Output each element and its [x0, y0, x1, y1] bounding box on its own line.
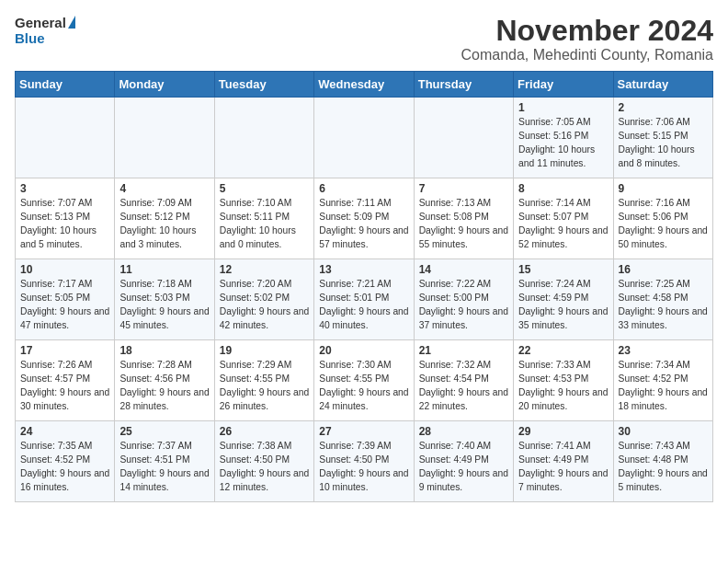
day-number: 24 [20, 425, 109, 438]
day-number: 18 [119, 344, 209, 357]
day-number: 17 [20, 344, 109, 357]
calendar-day-cell: 5Sunrise: 7:10 AM Sunset: 5:11 PM Daylig… [214, 178, 313, 259]
calendar-day-cell: 16Sunrise: 7:25 AM Sunset: 4:58 PM Dayli… [613, 259, 712, 340]
logo-triangle-icon [68, 16, 75, 29]
day-number: 6 [319, 182, 408, 195]
calendar-day-cell: 14Sunrise: 7:22 AM Sunset: 5:00 PM Dayli… [414, 259, 513, 340]
day-info: Sunrise: 7:11 AM Sunset: 5:09 PM Dayligh… [319, 197, 408, 252]
day-info: Sunrise: 7:25 AM Sunset: 4:58 PM Dayligh… [619, 278, 708, 333]
logo-blue-text: Blue [15, 30, 75, 46]
day-info: Sunrise: 7:38 AM Sunset: 4:50 PM Dayligh… [220, 440, 309, 495]
calendar-day-cell: 4Sunrise: 7:09 AM Sunset: 5:12 PM Daylig… [115, 178, 214, 259]
day-info: Sunrise: 7:29 AM Sunset: 4:55 PM Dayligh… [220, 359, 309, 414]
calendar-day-cell: 12Sunrise: 7:20 AM Sunset: 5:02 PM Dayli… [214, 259, 313, 340]
calendar-day-cell: 20Sunrise: 7:30 AM Sunset: 4:55 PM Dayli… [314, 340, 414, 421]
month-title: November 2024 [461, 15, 713, 47]
calendar-day-cell: 30Sunrise: 7:43 AM Sunset: 4:48 PM Dayli… [613, 421, 712, 502]
calendar-day-cell: 24Sunrise: 7:35 AM Sunset: 4:52 PM Dayli… [16, 421, 115, 502]
day-info: Sunrise: 7:13 AM Sunset: 5:08 PM Dayligh… [419, 197, 508, 252]
day-number: 22 [518, 344, 608, 357]
calendar-day-cell: 27Sunrise: 7:39 AM Sunset: 4:50 PM Dayli… [314, 421, 414, 502]
day-info: Sunrise: 7:37 AM Sunset: 4:51 PM Dayligh… [119, 440, 209, 495]
day-info: Sunrise: 7:34 AM Sunset: 4:52 PM Dayligh… [619, 359, 708, 414]
calendar-day-cell [314, 98, 414, 178]
day-number: 15 [518, 263, 608, 276]
calendar-week-row: 1Sunrise: 7:05 AM Sunset: 5:16 PM Daylig… [16, 98, 713, 178]
calendar-day-cell: 1Sunrise: 7:05 AM Sunset: 5:16 PM Daylig… [514, 98, 613, 178]
day-number: 29 [518, 425, 608, 438]
logo: General Blue [15, 15, 75, 46]
day-info: Sunrise: 7:14 AM Sunset: 5:07 PM Dayligh… [518, 197, 608, 252]
day-number: 1 [518, 101, 608, 114]
day-number: 28 [419, 425, 508, 438]
day-info: Sunrise: 7:28 AM Sunset: 4:56 PM Dayligh… [119, 359, 209, 414]
day-number: 5 [220, 182, 309, 195]
day-info: Sunrise: 7:43 AM Sunset: 4:48 PM Dayligh… [619, 440, 708, 495]
day-number: 8 [518, 182, 608, 195]
calendar-day-header: Tuesday [214, 72, 313, 98]
calendar-table: SundayMondayTuesdayWednesdayThursdayFrid… [15, 71, 713, 502]
day-number: 2 [619, 101, 708, 114]
calendar-day-cell: 26Sunrise: 7:38 AM Sunset: 4:50 PM Dayli… [214, 421, 313, 502]
day-info: Sunrise: 7:17 AM Sunset: 5:05 PM Dayligh… [20, 278, 109, 333]
calendar-day-cell [115, 98, 214, 178]
day-info: Sunrise: 7:41 AM Sunset: 4:49 PM Dayligh… [518, 440, 608, 495]
day-number: 30 [619, 425, 708, 438]
day-info: Sunrise: 7:33 AM Sunset: 4:53 PM Dayligh… [518, 359, 608, 414]
calendar-week-row: 17Sunrise: 7:26 AM Sunset: 4:57 PM Dayli… [16, 340, 713, 421]
day-number: 11 [119, 263, 209, 276]
day-info: Sunrise: 7:21 AM Sunset: 5:01 PM Dayligh… [319, 278, 408, 333]
title-block: November 2024 Comanda, Mehedinti County,… [461, 15, 713, 63]
calendar-day-cell: 15Sunrise: 7:24 AM Sunset: 4:59 PM Dayli… [514, 259, 613, 340]
day-info: Sunrise: 7:32 AM Sunset: 4:54 PM Dayligh… [419, 359, 508, 414]
day-info: Sunrise: 7:05 AM Sunset: 5:16 PM Dayligh… [518, 116, 608, 171]
calendar-day-cell: 19Sunrise: 7:29 AM Sunset: 4:55 PM Dayli… [214, 340, 313, 421]
calendar-day-cell: 23Sunrise: 7:34 AM Sunset: 4:52 PM Dayli… [613, 340, 712, 421]
location-title: Comanda, Mehedinti County, Romania [461, 47, 713, 63]
calendar-day-cell: 13Sunrise: 7:21 AM Sunset: 5:01 PM Dayli… [314, 259, 414, 340]
calendar-day-cell: 22Sunrise: 7:33 AM Sunset: 4:53 PM Dayli… [514, 340, 613, 421]
calendar-day-header: Thursday [414, 72, 513, 98]
day-number: 27 [319, 425, 408, 438]
calendar-day-cell: 18Sunrise: 7:28 AM Sunset: 4:56 PM Dayli… [115, 340, 214, 421]
day-number: 9 [619, 182, 708, 195]
day-info: Sunrise: 7:16 AM Sunset: 5:06 PM Dayligh… [619, 197, 708, 252]
calendar-day-header: Friday [514, 72, 613, 98]
calendar-day-cell: 3Sunrise: 7:07 AM Sunset: 5:13 PM Daylig… [16, 178, 115, 259]
calendar-day-header: Sunday [16, 72, 115, 98]
day-number: 3 [20, 182, 109, 195]
day-info: Sunrise: 7:20 AM Sunset: 5:02 PM Dayligh… [220, 278, 309, 333]
day-number: 16 [619, 263, 708, 276]
calendar-day-cell: 25Sunrise: 7:37 AM Sunset: 4:51 PM Dayli… [115, 421, 214, 502]
day-number: 14 [419, 263, 508, 276]
day-number: 26 [220, 425, 309, 438]
day-info: Sunrise: 7:09 AM Sunset: 5:12 PM Dayligh… [119, 197, 209, 252]
logo-general-text: General [15, 15, 66, 30]
calendar-week-row: 24Sunrise: 7:35 AM Sunset: 4:52 PM Dayli… [16, 421, 713, 502]
calendar-day-cell: 29Sunrise: 7:41 AM Sunset: 4:49 PM Dayli… [514, 421, 613, 502]
day-info: Sunrise: 7:24 AM Sunset: 4:59 PM Dayligh… [518, 278, 608, 333]
day-info: Sunrise: 7:10 AM Sunset: 5:11 PM Dayligh… [220, 197, 309, 252]
calendar-day-cell: 6Sunrise: 7:11 AM Sunset: 5:09 PM Daylig… [314, 178, 414, 259]
day-number: 23 [619, 344, 708, 357]
calendar-day-cell [214, 98, 313, 178]
calendar-day-cell: 21Sunrise: 7:32 AM Sunset: 4:54 PM Dayli… [414, 340, 513, 421]
day-number: 12 [220, 263, 309, 276]
day-info: Sunrise: 7:30 AM Sunset: 4:55 PM Dayligh… [319, 359, 408, 414]
calendar-day-header: Monday [115, 72, 214, 98]
day-info: Sunrise: 7:26 AM Sunset: 4:57 PM Dayligh… [20, 359, 109, 414]
calendar-day-cell [16, 98, 115, 178]
calendar-day-cell: 17Sunrise: 7:26 AM Sunset: 4:57 PM Dayli… [16, 340, 115, 421]
day-info: Sunrise: 7:39 AM Sunset: 4:50 PM Dayligh… [319, 440, 408, 495]
day-number: 21 [419, 344, 508, 357]
day-number: 20 [319, 344, 408, 357]
day-number: 10 [20, 263, 109, 276]
day-info: Sunrise: 7:22 AM Sunset: 5:00 PM Dayligh… [419, 278, 508, 333]
day-info: Sunrise: 7:40 AM Sunset: 4:49 PM Dayligh… [419, 440, 508, 495]
calendar-day-cell: 28Sunrise: 7:40 AM Sunset: 4:49 PM Dayli… [414, 421, 513, 502]
day-info: Sunrise: 7:07 AM Sunset: 5:13 PM Dayligh… [20, 197, 109, 252]
day-number: 7 [419, 182, 508, 195]
calendar-day-cell: 2Sunrise: 7:06 AM Sunset: 5:15 PM Daylig… [613, 98, 712, 178]
day-info: Sunrise: 7:06 AM Sunset: 5:15 PM Dayligh… [619, 116, 708, 171]
page-header: General Blue November 2024 Comanda, Mehe… [15, 15, 713, 63]
